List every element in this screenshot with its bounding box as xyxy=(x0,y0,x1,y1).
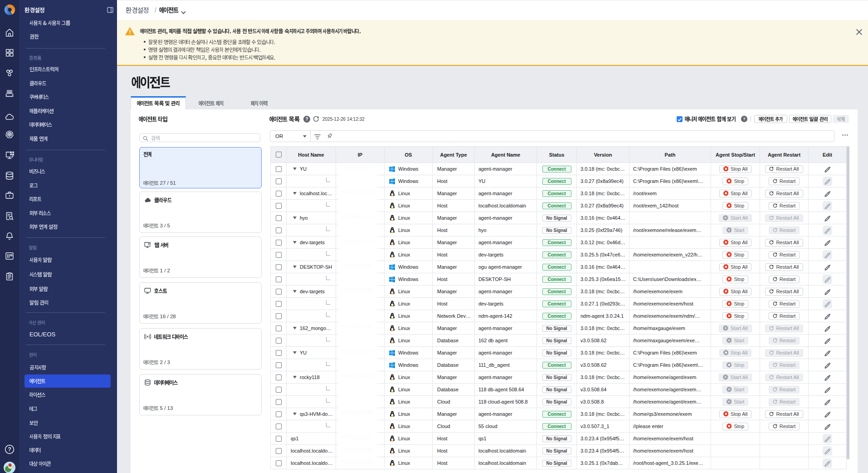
svg-text:?: ? xyxy=(8,446,11,453)
